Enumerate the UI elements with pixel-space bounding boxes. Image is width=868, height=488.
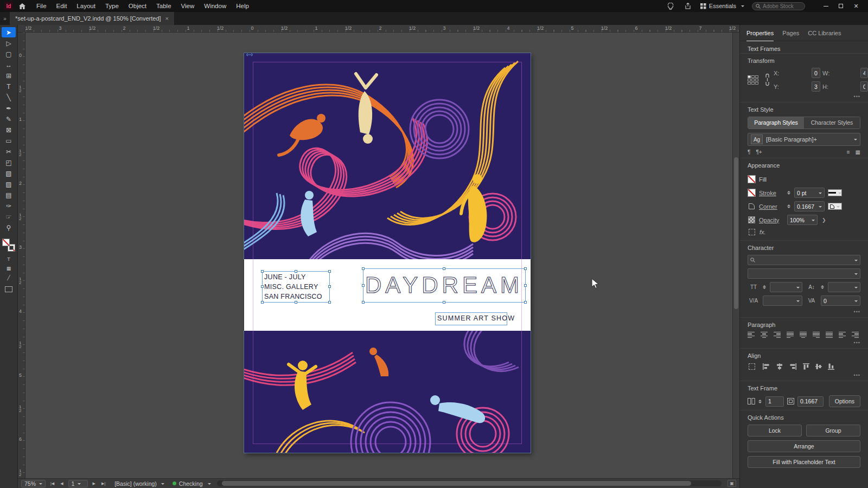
selection-handle-mr[interactable]	[328, 285, 331, 288]
hand-tool[interactable]: ☞	[2, 211, 16, 222]
corner-link[interactable]: Corner	[759, 203, 784, 210]
paragraph-align-icon-7[interactable]	[839, 332, 846, 338]
document-page[interactable]: JUNE - JULY MISC. GALLERY SAN FRANCISCO …	[244, 53, 531, 453]
rectangle-frame-tool[interactable]: ⊠	[2, 125, 16, 135]
opacity-link[interactable]: Opacity	[759, 217, 784, 223]
corner-field[interactable]: 0.1667 in	[794, 201, 825, 211]
selection-handle-br[interactable]	[524, 301, 527, 304]
text-frame-subtitle[interactable]: SUMMER ART SHOW	[435, 312, 507, 325]
menu-help[interactable]: Help	[231, 0, 254, 12]
apply-color-icon-1[interactable]: ▦	[3, 265, 15, 272]
selection-handle-bl[interactable]	[261, 301, 264, 304]
text-frame-title[interactable]: DAYDREAM	[363, 268, 526, 303]
selection-handle-tl[interactable]	[261, 270, 264, 273]
menu-layout[interactable]: Layout	[72, 0, 100, 12]
stroke-weight-field[interactable]: 0 pt	[794, 188, 825, 198]
selection-handle-br[interactable]	[328, 301, 331, 304]
font-style-select[interactable]	[748, 268, 860, 279]
menu-file[interactable]: File	[31, 0, 52, 12]
text-frame-options-button[interactable]: Options	[829, 395, 860, 407]
paragraph-align-icon-8[interactable]	[852, 332, 859, 338]
leading-field[interactable]	[828, 282, 860, 292]
character-more-options[interactable]: •••	[748, 309, 860, 314]
direct-selection-tool[interactable]: ▷	[2, 38, 16, 48]
tracking-field[interactable]: 0	[821, 296, 860, 306]
artwork-frame-top[interactable]	[244, 53, 531, 259]
eyedropper-tool[interactable]: ✑	[2, 201, 16, 211]
menu-window[interactable]: Window	[199, 0, 231, 12]
vertical-scrollbar[interactable]	[732, 33, 739, 478]
stock-search-input[interactable]	[763, 3, 801, 9]
align-to-selection-icon[interactable]	[749, 363, 755, 370]
note-tool[interactable]: ▤	[2, 190, 16, 200]
corner-stepper[interactable]	[787, 204, 790, 208]
paragraph-align-icon-3[interactable]	[787, 332, 794, 338]
fill-swatch[interactable]	[2, 239, 10, 246]
preflight-profile-select[interactable]: [Basic] (working)	[114, 480, 164, 487]
scrollbar-options-icon[interactable]: ▣	[727, 480, 736, 487]
zoom-level-select[interactable]: 75%	[21, 480, 46, 487]
fill-stroke-swatches[interactable]	[2, 239, 15, 252]
menu-object[interactable]: Object	[124, 0, 151, 12]
maximize-button[interactable]	[833, 0, 848, 12]
paragraph-format-icon-2[interactable]: ≡	[847, 149, 850, 155]
previous-page-icon[interactable]: ◀	[59, 481, 64, 486]
paragraph-align-icon-2[interactable]	[774, 332, 781, 338]
apply-color-icon-2[interactable]: ╱	[3, 274, 15, 281]
fill-with-placeholder-button[interactable]: Fill with Placeholder Text	[748, 456, 860, 468]
fill-color-swatch[interactable]	[748, 175, 756, 183]
opacity-expand-chevron[interactable]: ❯	[821, 217, 827, 223]
selection-handle-tl[interactable]	[362, 267, 365, 270]
line-tool[interactable]: ╲	[2, 92, 16, 102]
paragraph-style-select[interactable]: Ag [Basic Paragraph]+	[748, 133, 860, 146]
page-tool[interactable]: ▢	[2, 49, 16, 59]
selection-handle-ml[interactable]	[362, 284, 365, 287]
font-size-stepper[interactable]	[763, 285, 766, 289]
font-family-select[interactable]	[748, 255, 860, 265]
paragraph-align-icon-4[interactable]	[800, 332, 807, 338]
selection-handle-bl[interactable]	[362, 301, 365, 304]
gap-tool[interactable]: ↔	[2, 60, 16, 70]
selection-handle-bm[interactable]	[295, 301, 297, 304]
document-tab[interactable]: *set-up-a-postcard_END_V2.indd @ 150% [C…	[10, 12, 175, 25]
horizontal-scrollbar[interactable]	[217, 480, 722, 486]
columns-stepper[interactable]	[758, 400, 762, 403]
selection-handle-tm[interactable]	[443, 267, 445, 270]
kerning-field[interactable]	[763, 296, 802, 306]
type-tool[interactable]: T	[2, 81, 16, 92]
vertical-scrollbar-thumb[interactable]	[734, 157, 738, 309]
panel-tab-properties[interactable]: Properties	[746, 25, 774, 41]
inset-field[interactable]: 0.1667	[797, 396, 824, 407]
selection-handle-tr[interactable]	[524, 267, 527, 270]
stock-search[interactable]	[752, 2, 805, 10]
menu-view[interactable]: View	[176, 0, 200, 12]
pen-tool[interactable]: ✒	[2, 103, 16, 113]
screen-mode-button[interactable]	[5, 286, 12, 292]
panel-tab-pages[interactable]: Pages	[782, 25, 799, 41]
paragraph-more-options[interactable]: •••	[748, 340, 860, 345]
minimize-button[interactable]	[818, 0, 833, 12]
corner-style-select[interactable]	[828, 203, 842, 210]
preflight-status-select[interactable]: Checking	[173, 480, 211, 487]
selection-handle-tr[interactable]	[328, 270, 331, 273]
tab-close-icon[interactable]: ×	[165, 15, 169, 22]
apply-color-icon-0[interactable]: T	[3, 255, 15, 263]
gradient-feather-tool[interactable]: ▨	[2, 179, 16, 189]
lock-button[interactable]: Lock	[748, 425, 802, 436]
arrange-button[interactable]: Arrange	[748, 440, 860, 452]
columns-field[interactable]: 1	[765, 396, 784, 407]
font-size-field[interactable]	[770, 282, 802, 292]
stroke-color-swatch[interactable]	[748, 189, 756, 197]
menu-edit[interactable]: Edit	[52, 0, 72, 12]
stroke-weight-stepper[interactable]	[787, 191, 790, 195]
selection-handle-mr[interactable]	[524, 284, 527, 287]
paragraph-format-icon-3[interactable]: ▦	[856, 149, 860, 155]
w-field[interactable]: 4.1317 in	[860, 68, 868, 78]
character-styles-button[interactable]: Character Styles	[804, 117, 860, 129]
paragraph-format-icon-1[interactable]: ¶+	[756, 149, 762, 155]
horizontal-scrollbar-thumb[interactable]	[222, 481, 691, 486]
paragraph-format-icon-0[interactable]: ¶	[748, 149, 750, 155]
panel-tab-cc-libraries[interactable]: CC Libraries	[808, 25, 841, 41]
rectangle-tool[interactable]: ▭	[2, 136, 16, 146]
align-bottom-icon[interactable]	[828, 363, 834, 370]
